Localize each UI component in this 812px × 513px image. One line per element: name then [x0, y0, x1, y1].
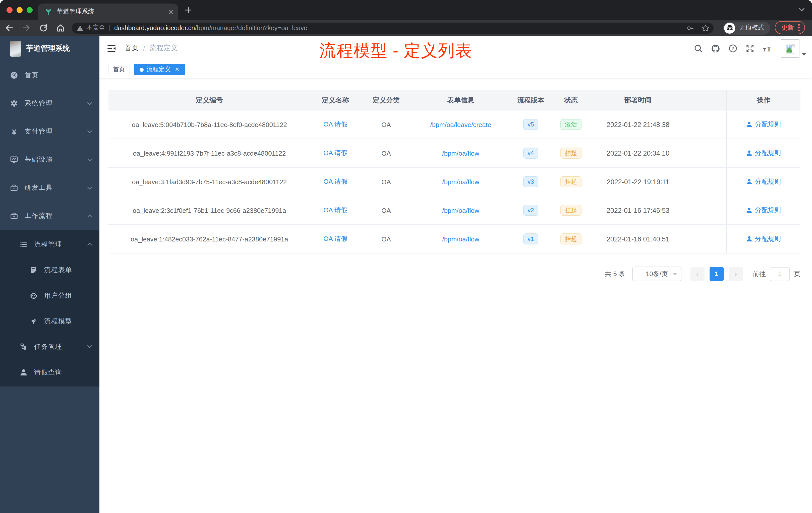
app-logo[interactable]: 芋道管理系统	[0, 36, 99, 61]
sidebar-item-leave-query[interactable]: 请假查询	[0, 359, 99, 385]
dashboard-icon	[10, 71, 18, 79]
avatar[interactable]	[781, 39, 800, 58]
definition-name-link[interactable]: OA 请假	[323, 149, 347, 157]
sidebar-item-process-management[interactable]: 流程管理	[0, 232, 99, 257]
tag-close-icon[interactable]: ✕	[175, 66, 179, 73]
address-bar[interactable]: 不安全 dashboard.yudao.iocoder.cn/bpm/manag…	[72, 22, 714, 33]
url-text[interactable]: dashboard.yudao.iocoder.cn/bpm/manager/d…	[114, 24, 683, 32]
table-row: oa_leave:4:991f2193-7b7f-11ec-a3c8-acde4…	[109, 139, 801, 168]
font-size-icon[interactable]: TT	[763, 44, 772, 53]
col-header-status: 状态	[552, 96, 590, 105]
sidebar-item-process-form[interactable]: 流程表单	[0, 257, 99, 282]
password-key-icon[interactable]	[687, 24, 695, 32]
chevron-down-icon	[87, 186, 92, 189]
form-info-link[interactable]: /bpm/oa/leave/create	[430, 121, 491, 128]
table-row: oa_leave:1:482ec033-762a-11ec-8477-a2380…	[109, 225, 801, 253]
form-info-link[interactable]: /bpm/oa/flow	[442, 235, 479, 243]
home-button[interactable]	[56, 24, 65, 32]
sidebar-item-dev-tools[interactable]: 研发工具	[0, 174, 99, 202]
incognito-icon	[726, 25, 733, 31]
close-window-button[interactable]	[6, 7, 12, 13]
not-secure-warning-icon[interactable]	[77, 25, 83, 31]
page-content: 定义编号 定义名称 定义分类 表单信息 流程版本 状态 部署时间 操作 oa_l…	[99, 78, 812, 513]
form-icon	[30, 266, 38, 274]
chevron-up-icon	[87, 214, 92, 218]
sidebar-item-label: 系统管理	[25, 99, 87, 108]
update-browser-button[interactable]: 更新	[775, 21, 805, 34]
new-tab-button[interactable]	[185, 6, 192, 13]
col-header-category: 定义分类	[360, 96, 412, 105]
breadcrumb-separator: /	[143, 44, 145, 52]
github-icon[interactable]	[711, 44, 720, 53]
version-badge: v5	[523, 119, 538, 130]
back-button[interactable]	[5, 24, 13, 32]
col-header-actions: 操作	[726, 90, 801, 110]
bookmark-star-icon[interactable]	[701, 24, 709, 32]
breadcrumb-current: 流程定义	[150, 44, 178, 53]
form-info-link[interactable]: /bpm/oa/flow	[442, 178, 479, 185]
definition-id: oa_leave:1:482ec033-762a-11ec-8477-a2380…	[109, 235, 310, 243]
sidebar-item-home[interactable]: 首页	[0, 61, 99, 89]
tags-view-bar: 首页 流程定义 ✕	[99, 61, 812, 78]
paper-plane-icon	[30, 317, 38, 325]
annotation-title: 流程模型 - 定义列表	[319, 40, 472, 62]
status-badge: 挂起	[560, 148, 581, 159]
goto-page-input[interactable]: 1	[770, 267, 790, 281]
sidebar-item-workflow[interactable]: 工作流程	[0, 202, 99, 230]
assign-rule-link[interactable]: 分配规则	[746, 206, 781, 215]
sidebar-item-system[interactable]: 系统管理	[0, 89, 99, 117]
list-icon	[20, 240, 28, 248]
app-title: 芋道管理系统	[26, 44, 70, 53]
prev-page-button[interactable]: ‹	[691, 267, 704, 281]
window-controls[interactable]	[6, 7, 33, 13]
definition-name-link[interactable]: OA 请假	[323, 235, 347, 242]
sidebar-item-user-group[interactable]: 用户分组	[0, 282, 99, 308]
assign-rule-link[interactable]: 分配规则	[746, 234, 781, 243]
fullscreen-icon[interactable]	[746, 44, 754, 53]
definition-id: oa_leave:4:991f2193-7b7f-11ec-a3c8-acde4…	[109, 149, 310, 157]
tab-search-chevron-icon[interactable]	[799, 7, 805, 12]
sidebar-item-label: 流程模型	[44, 316, 92, 326]
minimize-window-button[interactable]	[17, 7, 23, 13]
gear-icon	[10, 99, 18, 108]
user-menu[interactable]	[781, 39, 806, 58]
browser-menu-dots-icon[interactable]	[798, 24, 800, 32]
browser-tab[interactable]: 芋道管理系统	[38, 3, 178, 20]
assign-rule-link[interactable]: 分配规则	[746, 120, 781, 129]
page-size-select[interactable]: 10条/页	[632, 267, 682, 281]
pagination-total: 共 5 条	[605, 269, 625, 278]
definition-category: OA	[360, 207, 412, 214]
assign-rule-link[interactable]: 分配规则	[746, 177, 781, 186]
help-icon[interactable]: ?	[729, 44, 737, 53]
next-page-button[interactable]: ›	[729, 267, 743, 281]
logo-avatar	[10, 40, 21, 57]
definition-name-link[interactable]: OA 请假	[323, 120, 347, 128]
user-icon	[20, 368, 28, 376]
assign-rule-link[interactable]: 分配规则	[746, 149, 781, 158]
col-header-form-info: 表单信息	[412, 96, 510, 105]
page-number-button[interactable]: 1	[709, 267, 724, 281]
definition-id: oa_leave:5:004b710b-7b8a-11ec-8ef0-acde4…	[109, 121, 310, 128]
reload-button[interactable]	[39, 24, 48, 32]
definition-name-link[interactable]: OA 请假	[323, 206, 347, 214]
sidebar-item-payment[interactable]: ¥ 支付管理	[0, 117, 99, 146]
sidebar-item-infrastructure[interactable]: 基础设施	[0, 146, 99, 174]
table-header-row: 定义编号 定义名称 定义分类 表单信息 流程版本 状态 部署时间 操作	[109, 90, 801, 111]
tag-process-definition[interactable]: 流程定义 ✕	[134, 64, 185, 75]
svg-text:T: T	[763, 47, 766, 52]
assign-user-icon	[746, 179, 752, 185]
zoom-window-button[interactable]	[27, 7, 33, 13]
tag-home[interactable]: 首页	[108, 64, 130, 75]
sidebar-toggle-icon[interactable]	[107, 44, 116, 53]
assign-user-icon	[746, 121, 752, 127]
form-info-link[interactable]: /bpm/oa/flow	[442, 207, 479, 214]
search-icon[interactable]	[694, 44, 702, 53]
definition-name-link[interactable]: OA 请假	[323, 178, 347, 185]
forward-button[interactable]	[22, 24, 31, 32]
form-info-link[interactable]: /bpm/oa/flow	[442, 149, 479, 157]
security-label[interactable]: 不安全	[86, 24, 105, 32]
sidebar-item-process-model[interactable]: 流程模型	[0, 308, 99, 334]
breadcrumb-home[interactable]: 首页	[124, 44, 139, 53]
sidebar-item-task-management[interactable]: 任务管理	[0, 334, 99, 359]
tab-close-icon[interactable]	[169, 9, 173, 14]
